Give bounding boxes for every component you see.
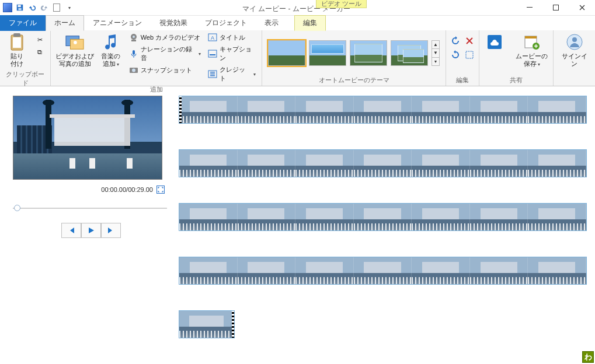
next-frame-button[interactable] <box>101 223 121 238</box>
svg-rect-3 <box>527 7 533 8</box>
svg-point-31 <box>572 37 577 42</box>
theme-gallery-expand[interactable]: ▾ <box>432 58 439 65</box>
svg-point-10 <box>74 41 77 44</box>
rotate-left-button[interactable] <box>450 35 461 47</box>
svg-rect-13 <box>131 40 136 41</box>
group-label-edit: 編集 <box>450 75 475 86</box>
play-button[interactable] <box>81 223 101 238</box>
contextual-tools-tag: ビデオ ツール <box>316 0 367 8</box>
title-button[interactable]: A タイトル <box>206 32 258 43</box>
svg-rect-19 <box>208 50 217 57</box>
tab-animation[interactable]: アニメーション <box>84 15 151 31</box>
group-edit: 編集 <box>446 30 479 86</box>
seek-thumb[interactable] <box>14 205 20 211</box>
svg-rect-4 <box>553 5 558 10</box>
delete-button[interactable] <box>464 35 475 47</box>
ribbon: 貼り 付け ✂ ⧉ クリップボード ビデオおよび 写真の追加 音楽の 追加▾ <box>0 30 595 86</box>
svg-rect-24 <box>210 75 215 76</box>
time-display: 00:00.00/00:29.00 <box>101 186 153 193</box>
app-icon[interactable] <box>2 2 13 13</box>
fullscreen-button[interactable] <box>156 186 165 194</box>
svg-point-12 <box>133 36 135 38</box>
tab-video-tools-edit[interactable]: 編集 <box>294 15 326 31</box>
new-doc-icon[interactable] <box>51 2 62 13</box>
svg-rect-28 <box>525 36 537 38</box>
group-signin: サインイン <box>554 30 595 86</box>
svg-rect-22 <box>210 72 215 73</box>
signin-button[interactable]: サインイン <box>557 32 591 69</box>
theme-gallery-scroll: ▲ ▼ ▾ <box>432 40 440 66</box>
theme-thumb-1[interactable] <box>268 40 305 66</box>
group-label-themes: オートムービーのテーマ <box>266 75 442 86</box>
minimize-button[interactable] <box>516 0 542 16</box>
rotate-right-button[interactable] <box>450 49 461 61</box>
ribbon-tabs: ファイル ホーム アニメーション 視覚効果 プロジェクト 表示 編集 <box>0 16 595 30</box>
clip-row-5[interactable] <box>179 310 235 338</box>
theme-scroll-up[interactable]: ▲ <box>432 41 439 49</box>
credits-button[interactable]: クレジット▾ <box>206 64 258 84</box>
clip-row-2[interactable] <box>179 149 587 177</box>
svg-rect-1 <box>18 5 21 8</box>
group-themes: ▲ ▼ ▾ オートムービーのテーマ <box>262 30 446 86</box>
copy-icon: ⧉ <box>35 47 44 57</box>
svg-rect-14 <box>133 50 135 55</box>
narration-button[interactable]: ナレーションの録音▾ <box>127 44 203 64</box>
group-share: ムービーの 保存▾ 共有 <box>479 30 554 86</box>
svg-rect-7 <box>13 37 21 48</box>
tab-visual-effects[interactable]: 視覚効果 <box>151 15 196 31</box>
svg-rect-9 <box>70 39 83 49</box>
save-icon[interactable] <box>15 2 25 13</box>
theme-scroll-down[interactable]: ▼ <box>432 49 439 57</box>
caption-icon <box>208 49 217 58</box>
maximize-button[interactable] <box>542 0 569 16</box>
add-media-button[interactable]: ビデオおよび 写真の追加 <box>54 32 95 69</box>
quick-access-toolbar: ▾ <box>0 2 76 13</box>
clip-row-4[interactable] <box>179 257 587 285</box>
add-music-button[interactable]: 音楽の 追加▾ <box>98 32 124 69</box>
film-save-icon <box>523 33 541 51</box>
title-text-icon: A <box>208 33 217 42</box>
close-button[interactable] <box>569 0 595 16</box>
tab-file[interactable]: ファイル <box>0 15 46 31</box>
clipboard-icon <box>8 33 26 51</box>
paste-button[interactable]: 貼り 付け <box>4 32 30 69</box>
onedrive-icon <box>485 33 504 51</box>
undo-icon[interactable] <box>27 2 37 13</box>
timeline-pane[interactable] <box>175 86 595 364</box>
workspace: 00:00.00/00:29.00 <box>0 86 595 364</box>
group-label-share: 共有 <box>483 75 549 86</box>
svg-point-16 <box>132 69 135 72</box>
svg-rect-20 <box>210 54 215 55</box>
caption-button[interactable]: キャプション <box>206 44 258 64</box>
tab-view[interactable]: 表示 <box>256 15 287 31</box>
webcam-button[interactable]: Web カメラのビデオ <box>127 32 203 43</box>
qat-customize-icon[interactable]: ▾ <box>64 2 74 13</box>
seek-slider[interactable] <box>13 204 167 212</box>
tab-home[interactable]: ホーム <box>46 15 84 31</box>
theme-thumb-3[interactable] <box>350 40 387 66</box>
prev-frame-button[interactable] <box>61 223 81 238</box>
svg-text:A: A <box>211 35 214 41</box>
tab-project[interactable]: プロジェクト <box>196 15 256 31</box>
cut-button[interactable]: ✂ <box>33 34 47 46</box>
copy-button[interactable]: ⧉ <box>33 46 47 58</box>
transport-controls <box>13 223 169 238</box>
playhead[interactable] <box>179 96 180 124</box>
clip-row-1[interactable] <box>179 96 587 124</box>
group-label-clipboard: クリップボード <box>4 69 47 89</box>
person-icon <box>565 33 584 51</box>
select-all-button[interactable] <box>464 49 475 61</box>
snapshot-button[interactable]: スナップショット <box>127 64 203 76</box>
clip-row-3[interactable] <box>179 203 587 231</box>
redo-icon[interactable] <box>39 2 50 13</box>
credits-icon <box>208 69 217 79</box>
svg-rect-25 <box>466 51 473 58</box>
save-movie-button[interactable]: ムービーの 保存▾ <box>514 32 549 69</box>
theme-thumb-4[interactable] <box>391 40 428 66</box>
webcam-icon <box>129 33 138 42</box>
theme-thumb-2[interactable] <box>309 40 346 66</box>
preview-monitor[interactable] <box>13 96 162 180</box>
ime-badge[interactable]: わ <box>582 351 594 363</box>
music-note-icon <box>102 33 120 51</box>
share-onedrive-button[interactable] <box>483 32 506 54</box>
